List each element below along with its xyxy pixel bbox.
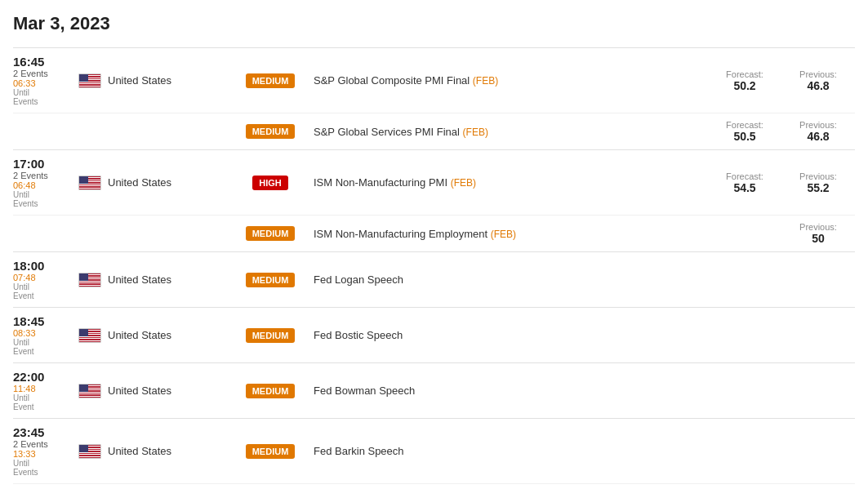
forecast-col: Forecast: 50.2 — [708, 69, 781, 92]
event-name: Fed Logan Speech — [314, 273, 403, 286]
impact-col: HIGH — [234, 176, 307, 190]
event-name-col: S&P Global Composite PMI Final (FEB) — [307, 74, 708, 87]
events-count: 2 Events — [13, 171, 78, 180]
country-name: United States — [108, 445, 171, 457]
impact-col: MEDIUM — [234, 328, 307, 343]
time-col: 17:00 2 Events 06:48 Until Events — [13, 157, 78, 208]
flag-icon — [78, 176, 101, 190]
impact-badge: HIGH — [252, 176, 288, 190]
table-row: MEDIUMISM Non-Manufacturing Employment (… — [13, 216, 855, 251]
country-col: United States — [78, 73, 234, 88]
impact-badge: MEDIUM — [246, 273, 296, 287]
event-time: 18:45 — [13, 314, 78, 328]
previous-label: Previous: — [781, 171, 855, 181]
event-name-col: ISM Non-Manufacturing Employment (FEB) — [307, 228, 708, 240]
table-row: 18:45 08:33 Until Event United States ME… — [13, 308, 855, 362]
events-count: 2 Events — [13, 439, 78, 449]
time-until-label: Until — [13, 459, 78, 468]
impact-col: MEDIUM — [234, 124, 307, 139]
previous-col: Previous: 55.2 — [781, 171, 855, 194]
country-col: United States — [78, 444, 234, 459]
event-period: (FEB) — [451, 177, 476, 189]
time-events-label: Event — [13, 402, 78, 411]
table-row: 18:00 07:48 Until Event United States ME… — [13, 252, 855, 307]
time-until-label: Until — [13, 282, 78, 291]
flag-icon — [78, 444, 101, 459]
forecast-value: 50.5 — [708, 130, 781, 143]
event-name: Fed Bowman Speech — [314, 385, 415, 397]
previous-col: Previous: 50 — [781, 222, 855, 245]
flag-icon — [78, 73, 101, 88]
country-name: United States — [108, 176, 171, 189]
event-name-col: Fed Logan Speech — [307, 273, 708, 286]
event-name-col: ISM Non-Manufacturing PMI (FEB) — [307, 176, 708, 189]
time-until-label: Until — [13, 338, 78, 347]
event-groups-container: 16:45 2 Events 06:33 Until Events United… — [13, 47, 855, 489]
page-date: Mar 3, 2023 — [13, 13, 855, 34]
event-name-col: S&P Global Services PMI Final (FEB) — [307, 126, 708, 138]
event-time: 23:45 — [13, 425, 78, 439]
time-sub: 11:48 — [13, 384, 78, 393]
impact-badge: MEDIUM — [246, 124, 296, 139]
impact-col: MEDIUM — [234, 226, 307, 241]
country-name: United States — [108, 385, 171, 397]
time-sub: 07:48 — [13, 273, 78, 282]
event-group: 18:00 07:48 Until Event United States ME… — [13, 251, 855, 307]
event-group: 23:45 2 Events 13:33 Until Events United… — [13, 418, 855, 489]
forecast-col: Forecast: 50.5 — [708, 120, 781, 143]
time-until-label: Until — [13, 190, 78, 199]
previous-label: Previous: — [781, 69, 855, 79]
time-sub: 13:33 — [13, 449, 78, 459]
time-events-label: Events — [13, 97, 78, 106]
previous-value: 55.2 — [781, 181, 855, 194]
event-period: (FEB) — [473, 75, 498, 87]
impact-col: MEDIUM — [234, 273, 307, 287]
event-name: Fed Bostic Speech — [314, 329, 403, 341]
event-name-col: Fed Barkin Speech — [307, 445, 708, 457]
time-col: 18:00 07:48 Until Event — [13, 259, 78, 300]
time-sub: 08:33 — [13, 328, 78, 338]
impact-badge: MEDIUM — [246, 444, 296, 459]
time-events-label: Events — [13, 468, 78, 477]
forecast-label: Forecast: — [708, 120, 781, 130]
event-name: ISM Non-Manufacturing PMI — [314, 176, 447, 189]
event-time: 18:00 — [13, 259, 78, 273]
event-group: 22:00 11:48 Until Event United States ME… — [13, 362, 855, 418]
table-row: MEDIUMS&P Global Services PMI Final (FEB… — [13, 113, 855, 149]
forecast-value: 50.2 — [708, 79, 781, 92]
previous-value: 46.8 — [781, 79, 855, 92]
country-col: United States — [78, 176, 234, 190]
impact-badge: MEDIUM — [246, 226, 296, 241]
previous-label: Previous: — [781, 120, 855, 130]
time-sub: 06:33 — [13, 78, 78, 88]
previous-col: Previous: 46.8 — [781, 120, 855, 143]
event-name: S&P Global Composite PMI Final — [314, 74, 470, 87]
forecast-value: 54.5 — [708, 181, 781, 194]
flag-icon — [78, 273, 101, 287]
event-name: Fed Barkin Speech — [314, 445, 404, 457]
flag-icon — [78, 328, 101, 343]
impact-col: MEDIUM — [234, 384, 307, 398]
event-group: 17:00 2 Events 06:48 Until Events United… — [13, 149, 855, 251]
time-events-label: Event — [13, 347, 78, 356]
time-events-label: Events — [13, 199, 78, 208]
event-time: 22:00 — [13, 370, 78, 384]
event-name: S&P Global Services PMI Final — [314, 126, 460, 138]
time-col: 16:45 2 Events 06:33 Until Events — [13, 55, 78, 106]
time-until-label: Until — [13, 393, 78, 402]
time-col: 22:00 11:48 Until Event — [13, 370, 78, 411]
table-row: 16:45 2 Events 06:33 Until Events United… — [13, 48, 855, 113]
forecast-col: Forecast: 54.5 — [708, 171, 781, 194]
impact-badge: MEDIUM — [246, 73, 296, 88]
event-time: 16:45 — [13, 55, 78, 69]
previous-value: 50 — [781, 232, 855, 245]
time-until-label: Until — [13, 88, 78, 97]
time-col: 23:45 2 Events 13:33 Until Events — [13, 425, 78, 477]
previous-col: Previous: 46.8 — [781, 69, 855, 92]
time-sub: 06:48 — [13, 180, 78, 190]
event-group: 18:45 08:33 Until Event United States ME… — [13, 307, 855, 362]
country-col: United States — [78, 328, 234, 343]
country-name: United States — [108, 74, 171, 87]
event-time: 17:00 — [13, 157, 78, 171]
time-col: 18:45 08:33 Until Event — [13, 314, 78, 356]
